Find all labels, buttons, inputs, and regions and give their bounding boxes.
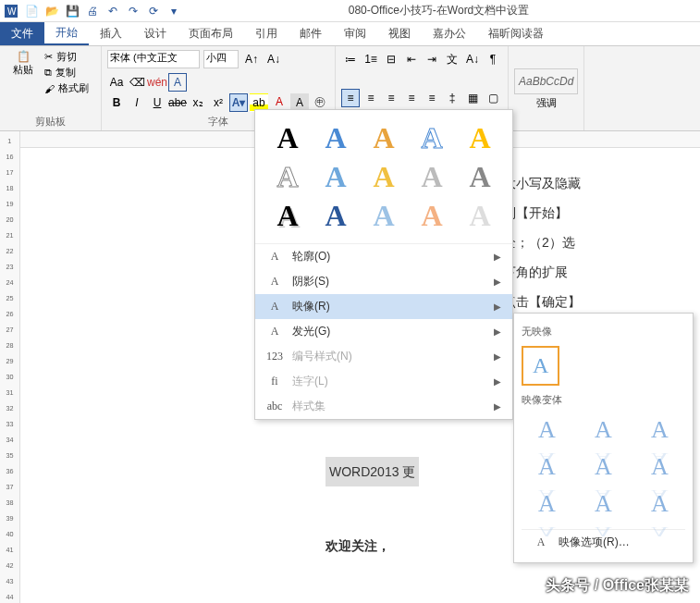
effect-preset[interactable]: A (461, 123, 499, 153)
tab-design[interactable]: 设计 (133, 22, 178, 45)
line-spacing-button[interactable]: ‡ (443, 89, 461, 107)
cut-button[interactable]: ✂剪切 (44, 50, 89, 64)
tab-view[interactable]: 视图 (377, 22, 422, 45)
window-title: 080-Office小技巧-在Word文档中设置 (181, 3, 696, 18)
ligature-icon: fi (266, 375, 283, 388)
effect-preset[interactable]: A (461, 162, 499, 191)
text-direction-button[interactable]: 文 (443, 50, 461, 68)
copy-button[interactable]: ⧉复制 (44, 66, 89, 80)
effect-preset[interactable]: A (412, 162, 451, 191)
style-preview[interactable]: AaBbCcDd (514, 68, 578, 94)
align-left-button[interactable]: ≡ (341, 89, 360, 107)
tab-insert[interactable]: 插入 (89, 22, 133, 45)
tab-references[interactable]: 引用 (244, 22, 289, 45)
menu-glow[interactable]: A发光(G)▶ (255, 319, 512, 344)
effect-preset[interactable]: A (412, 201, 451, 230)
reflection-variant[interactable]: A (636, 490, 683, 518)
group-clipboard: 📋 粘贴 ✂剪切 ⧉复制 🖌格式刷 剪贴板 (0, 46, 102, 130)
font-name-dropdown[interactable]: 宋体 (中文正文 (107, 50, 200, 68)
effect-preset[interactable]: A (316, 201, 355, 230)
align-right-button[interactable]: ≡ (382, 89, 400, 107)
reflection-variant[interactable]: A (580, 416, 627, 444)
align-center-button[interactable]: ≡ (362, 89, 380, 107)
reflection-variant[interactable]: A (523, 416, 571, 444)
reflection-variant[interactable]: A (636, 416, 683, 444)
copy-icon: ⧉ (44, 67, 52, 79)
chevron-right-icon: ▶ (494, 252, 501, 262)
tab-file[interactable]: 文件 (0, 22, 44, 45)
grow-font-button[interactable]: A↑ (242, 50, 261, 68)
effect-preset[interactable]: A (364, 162, 403, 191)
sort-button[interactable]: A↓ (463, 50, 482, 68)
effect-preset[interactable]: A (364, 201, 403, 230)
effect-preset[interactable]: A (316, 123, 355, 153)
bold-button[interactable]: B (107, 93, 126, 112)
reflection-variant[interactable]: A (580, 453, 627, 481)
numbering-button[interactable]: 1≡ (362, 50, 380, 68)
menu-reflection[interactable]: A映像(R)▶ (255, 294, 512, 319)
reflection-variant[interactable]: A (523, 453, 571, 481)
reflection-none-header: 无映像 (522, 325, 685, 338)
new-doc-icon[interactable]: 📄 (24, 4, 39, 18)
undo-icon[interactable]: ↶ (105, 4, 120, 18)
show-marks-button[interactable]: ¶ (484, 50, 502, 68)
effect-preset[interactable]: A (364, 123, 403, 153)
glow-icon: A (266, 325, 283, 338)
effect-preset[interactable]: A (268, 123, 307, 153)
tab-home[interactable]: 开始 (44, 22, 89, 45)
char-border-button[interactable]: A (168, 73, 187, 92)
phonetic-button[interactable]: wén (148, 73, 166, 92)
reflection-none-option[interactable]: A (522, 346, 559, 386)
reflection-submenu: 无映像 A 映像变体 A A A A A A A A A A映像选项(R)… (513, 313, 694, 563)
open-icon[interactable]: 📂 (44, 4, 59, 18)
reflection-icon: A (266, 300, 283, 314)
reflection-variant[interactable]: A (523, 490, 571, 518)
borders-button[interactable]: ▢ (484, 89, 502, 107)
chevron-right-icon: ▶ (494, 277, 501, 287)
font-size-dropdown[interactable]: 小四 (203, 50, 239, 68)
reflection-variant[interactable]: A (636, 453, 683, 481)
reflection-variants-header: 映像变体 (522, 393, 685, 407)
effect-preset[interactable]: A (461, 201, 499, 230)
change-case-button[interactable]: Aa (107, 73, 126, 92)
subscript-button[interactable]: x₂ (189, 93, 207, 112)
save-icon[interactable]: 💾 (65, 4, 80, 18)
bullets-button[interactable]: ≔ (341, 50, 360, 68)
menu-outline[interactable]: A轮廓(O)▶ (255, 244, 512, 269)
decrease-indent-button[interactable]: ⇤ (402, 50, 421, 68)
reflection-variant[interactable]: A (580, 490, 627, 518)
chevron-right-icon: ▶ (494, 401, 501, 412)
superscript-button[interactable]: x² (209, 93, 227, 112)
tab-foxit[interactable]: 福昕阅读器 (477, 22, 555, 45)
paste-button[interactable]: 📋 粘贴 (6, 50, 41, 95)
increase-indent-button[interactable]: ⇥ (423, 50, 441, 68)
format-painter-button[interactable]: 🖌格式刷 (44, 81, 89, 95)
chevron-right-icon: ▶ (494, 302, 501, 312)
effect-preset[interactable]: A (316, 162, 355, 191)
tab-review[interactable]: 审阅 (333, 22, 377, 45)
underline-button[interactable]: U (148, 93, 166, 112)
effect-preset[interactable]: A (412, 123, 451, 153)
chevron-right-icon: ▶ (494, 326, 501, 337)
refresh-icon[interactable]: ⟳ (146, 4, 161, 18)
print-icon[interactable]: 🖨 (85, 4, 100, 18)
menu-shadow[interactable]: A阴影(S)▶ (255, 269, 512, 294)
effect-preset[interactable]: A (268, 162, 307, 191)
multilevel-button[interactable]: ⊟ (382, 50, 400, 68)
text-effects-menu: A A A A A A A A A A A A A A A A轮廓(O)▶ A阴… (254, 109, 513, 420)
justify-button[interactable]: ≡ (402, 89, 421, 107)
distribute-button[interactable]: ≡ (423, 89, 441, 107)
tab-mail[interactable]: 邮件 (289, 22, 333, 45)
tab-layout[interactable]: 页面布局 (178, 22, 244, 45)
text-effects-button[interactable]: A▾ (229, 93, 248, 112)
tab-jia[interactable]: 嘉办公 (422, 22, 477, 45)
italic-button[interactable]: I (128, 93, 146, 112)
clear-format-button[interactable]: ⌫ (128, 73, 146, 92)
shading-button[interactable]: ▦ (463, 89, 482, 107)
strikethrough-button[interactable]: abe (168, 93, 187, 112)
effect-preset[interactable]: A (268, 201, 307, 230)
shrink-font-button[interactable]: A↓ (264, 50, 283, 68)
qat-dropdown-icon[interactable]: ▾ (166, 4, 181, 18)
redo-icon[interactable]: ↷ (126, 4, 141, 18)
svg-text:W: W (7, 6, 17, 17)
